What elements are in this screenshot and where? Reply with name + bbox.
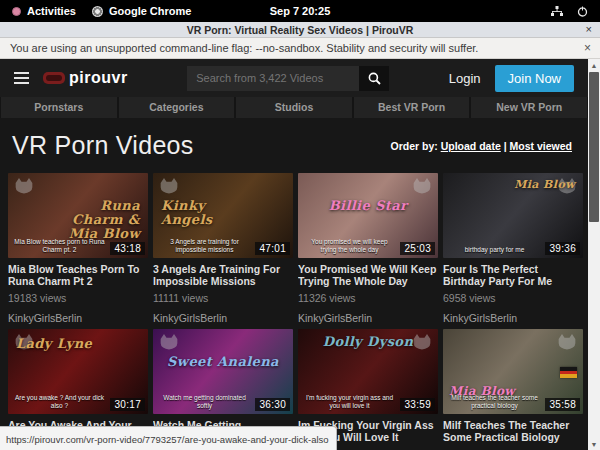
studio-link[interactable]: KinkyGirlsBerlin xyxy=(298,312,438,324)
duration-badge: 30:17 xyxy=(110,398,145,411)
video-thumbnail[interactable]: Runa Charm & Mia Blow Mia Blow teaches p… xyxy=(8,173,148,258)
menu-item-best-vr-porn[interactable]: Best VR Porn xyxy=(354,97,470,118)
video-card[interactable]: Kinky Angels 3 Angels are training for i… xyxy=(153,173,293,322)
menu-item-categories[interactable]: Categories xyxy=(119,97,235,118)
system-top-bar: Activities Google Chrome Sep 7 20:25 xyxy=(0,0,600,22)
order-link-upload-date[interactable]: Upload date xyxy=(441,140,501,152)
page-viewport: pirouvr Login Join Now Pornstars Categor… xyxy=(0,59,588,450)
video-thumbnail[interactable]: Billie Star You promised we will keep tr… xyxy=(298,173,438,258)
video-views: 11111 views xyxy=(153,292,293,304)
site-logo[interactable]: pirouvr xyxy=(43,69,128,87)
studio-link[interactable]: KinkyGirlsBerlin xyxy=(8,312,148,324)
order-by: Order by: Upload date | Most viewed xyxy=(391,140,573,152)
menu-item-pornstars[interactable]: Pornstars xyxy=(1,97,117,118)
video-title[interactable]: 3 Angels Are Training For Impossible Mis… xyxy=(153,264,293,287)
german-flag-icon xyxy=(560,367,577,378)
duration-badge: 33:59 xyxy=(400,398,435,411)
studio-cat-logo-icon xyxy=(14,177,34,194)
video-views: 6958 views xyxy=(443,292,583,304)
page-title: VR Porn Videos xyxy=(12,131,194,160)
duration-badge: 47:01 xyxy=(255,242,290,255)
video-title[interactable]: Milf Teaches The Teacher Some Practical … xyxy=(443,420,583,443)
search-box xyxy=(187,66,389,91)
video-thumbnail[interactable]: Lady Lyne Are you awake ? And your dick … xyxy=(8,329,148,414)
scrollbar[interactable]: ▲ ▼ xyxy=(588,59,600,450)
tab-close-button[interactable]: × xyxy=(586,23,592,35)
network-icon[interactable] xyxy=(551,6,563,17)
video-thumbnail[interactable]: Kinky Angels 3 Angels are training for i… xyxy=(153,173,293,258)
thumbnail-caption: birthday party for me xyxy=(448,246,541,254)
thumbnail-caption: You promised we will keep trying the who… xyxy=(303,238,396,254)
duration-badge: 39:36 xyxy=(545,242,580,255)
video-title[interactable]: Mia Blow Teaches Porn To Runa Charm Pt 2 xyxy=(8,264,148,287)
thumbnail-caption: I'm fucking your virgin ass and you will… xyxy=(303,394,396,410)
login-link[interactable]: Login xyxy=(449,71,481,86)
infobar-close-button[interactable]: × xyxy=(584,41,591,55)
thumbnail-overlay-name: Runa Charm & Mia Blow xyxy=(48,199,140,241)
duration-badge: 43:18 xyxy=(110,242,145,255)
search-icon xyxy=(368,72,381,85)
studio-cat-logo-icon xyxy=(159,333,179,350)
studio-cat-logo-icon xyxy=(14,333,34,350)
video-thumbnail[interactable]: Mia Blow Milf teaches the teacher some p… xyxy=(443,329,583,414)
video-card[interactable]: Billie Star You promised we will keep tr… xyxy=(298,173,438,322)
scrollbar-thumb[interactable] xyxy=(589,72,599,222)
scrollbar-up-button[interactable]: ▲ xyxy=(588,59,600,71)
tab-title: VR Porn: Virtual Reality Sex Videos | Pi… xyxy=(0,24,600,36)
duration-badge: 25:03 xyxy=(400,242,435,255)
video-card[interactable]: Mia Blow birthday party for me 39:36 Fou… xyxy=(443,173,583,322)
main-menu: Pornstars Categories Studios Best VR Por… xyxy=(0,97,588,118)
logo-text: pirouvr xyxy=(69,69,128,87)
search-input[interactable] xyxy=(187,66,359,91)
studio-cat-logo-icon xyxy=(557,333,577,350)
clock[interactable]: Sep 7 20:25 xyxy=(0,5,600,17)
join-now-button[interactable]: Join Now xyxy=(495,65,574,92)
thumbnail-caption: Mia Blow teaches porn to Runa Charm pt. … xyxy=(13,238,106,254)
unsupported-flag-infobar: You are using an unsupported command-lin… xyxy=(0,38,600,59)
menu-item-studios[interactable]: Studios xyxy=(236,97,352,118)
duration-badge: 36:30 xyxy=(255,398,290,411)
video-thumbnail[interactable]: Mia Blow birthday party for me 39:36 xyxy=(443,173,583,258)
order-by-label: Order by: xyxy=(391,140,438,152)
hamburger-menu-icon[interactable] xyxy=(14,72,29,84)
thumbnail-caption: Watch me getting dominated softly xyxy=(158,394,251,410)
video-title[interactable]: Four Is The Perfect Birthday Party For M… xyxy=(443,264,583,287)
thumbnail-caption: Milf teaches the teacher some practical … xyxy=(448,394,541,410)
status-url: https://pirouvr.com/vr-porn-video/779325… xyxy=(6,434,329,445)
menu-item-new-vr-porn[interactable]: New VR Porn xyxy=(471,97,587,118)
video-card[interactable]: Runa Charm & Mia Blow Mia Blow teaches p… xyxy=(8,173,148,322)
studio-cat-logo-icon xyxy=(412,333,432,350)
scrollbar-down-button[interactable]: ▼ xyxy=(588,438,600,450)
status-bar: https://pirouvr.com/vr-porn-video/779325… xyxy=(0,426,337,450)
video-thumbnail[interactable]: Sweet Analena Watch me getting dominated… xyxy=(153,329,293,414)
thumbnail-overlay-name: Kinky Angels xyxy=(161,199,253,227)
duration-badge: 35:58 xyxy=(545,398,580,411)
video-title[interactable]: You Promised We Will Keep Trying The Who… xyxy=(298,264,438,287)
studio-link[interactable]: KinkyGirlsBerlin xyxy=(443,312,583,324)
thumbnail-overlay-name: Sweet Analena xyxy=(153,355,293,369)
search-button[interactable] xyxy=(359,66,389,91)
thumbnail-caption: Are you awake ? And your dick also ? xyxy=(13,394,106,410)
video-grid: Runa Charm & Mia Blow Mia Blow teaches p… xyxy=(0,173,588,450)
thumbnail-caption: 3 Angels are training for impossible mis… xyxy=(158,238,251,254)
browser-title-bar: VR Porn: Virtual Reality Sex Videos | Pi… xyxy=(0,22,600,38)
thumbnail-overlay-name: Billie Star xyxy=(298,199,438,213)
infobar-message: You are using an unsupported command-lin… xyxy=(10,42,478,54)
vr-goggles-icon xyxy=(43,72,65,84)
studio-cat-logo-icon xyxy=(159,177,179,194)
video-views: 19183 views xyxy=(8,292,148,304)
studio-link[interactable]: KinkyGirlsBerlin xyxy=(153,312,293,324)
video-views: 11326 views xyxy=(298,292,438,304)
studio-cat-logo-icon xyxy=(412,177,432,194)
power-icon[interactable] xyxy=(577,6,588,17)
page-header: VR Porn Videos Order by: Upload date | M… xyxy=(0,118,588,173)
studio-cat-logo-icon xyxy=(557,177,577,194)
site-navbar: pirouvr Login Join Now xyxy=(0,59,588,97)
screen: Activities Google Chrome Sep 7 20:25 VR … xyxy=(0,0,600,450)
order-link-most-viewed[interactable]: Most viewed xyxy=(510,140,572,152)
video-card[interactable]: Mia Blow Milf teaches the teacher some p… xyxy=(443,329,583,450)
video-thumbnail[interactable]: Dolly Dyson I'm fucking your virgin ass … xyxy=(298,329,438,414)
